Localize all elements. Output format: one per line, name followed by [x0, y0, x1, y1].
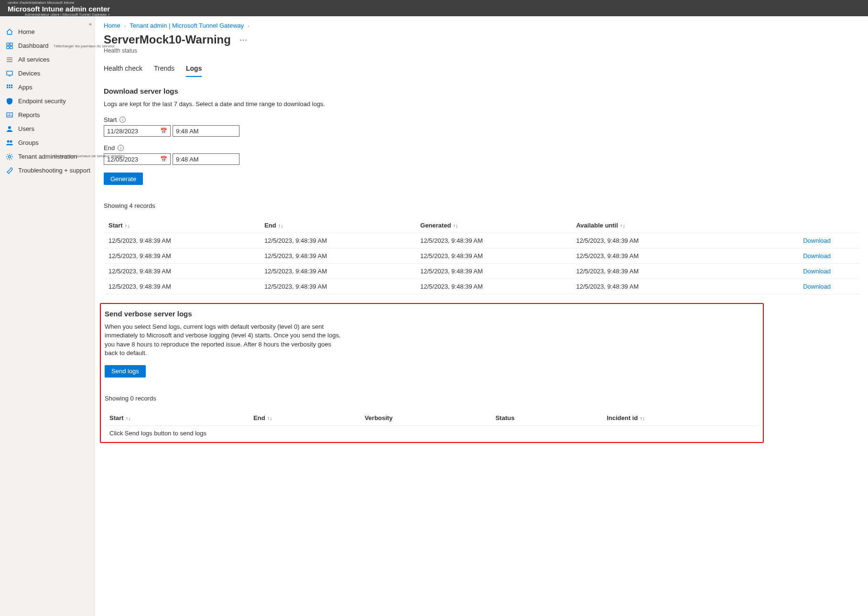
- svg-rect-14: [11, 86, 12, 88]
- reports-icon: [6, 111, 13, 119]
- sort-icon: ↑↓: [125, 223, 130, 228]
- topbar-pretitle: centre d'administration Microsoft Intune: [8, 1, 110, 5]
- start-time-value: 9:48 AM: [176, 128, 199, 135]
- table-row: 12/5/2023, 9:48:39 AM12/5/2023, 9:48:39 …: [104, 279, 859, 294]
- home-icon: [6, 28, 13, 36]
- col-end[interactable]: End↑↓: [249, 411, 360, 426]
- shield-icon: [6, 97, 13, 105]
- tab-logs[interactable]: Logs: [186, 62, 202, 77]
- nav-label: Groups: [18, 139, 39, 146]
- start-date-input[interactable]: 11/28/2023 📅: [104, 125, 171, 137]
- breadcrumb-tenant[interactable]: Tenant admin | Microsoft Tunnel Gateway: [130, 22, 244, 29]
- end-time-input[interactable]: 9:48 AM: [173, 153, 239, 165]
- sort-icon: ↑↓: [126, 415, 131, 421]
- svg-rect-9: [7, 85, 8, 86]
- collapse-sidebar-icon[interactable]: «: [89, 21, 92, 27]
- more-icon[interactable]: ⋯: [239, 35, 247, 44]
- table-empty-row: Click Send logs button to send logs: [105, 425, 759, 441]
- breadcrumb: Home › Tenant admin | Microsoft Tunnel G…: [104, 22, 859, 29]
- download-link[interactable]: Download: [803, 268, 831, 275]
- gear-icon: [6, 153, 13, 161]
- sort-icon: ↑↓: [620, 223, 625, 228]
- nav-label: Devices: [18, 70, 40, 77]
- nav-home[interactable]: Home: [0, 25, 95, 39]
- cell-available: 12/5/2023, 9:48:39 AM: [571, 264, 727, 279]
- calendar-icon: 📅: [160, 156, 167, 162]
- generate-button[interactable]: Generate: [104, 173, 143, 185]
- download-link[interactable]: Download: [803, 237, 831, 244]
- download-link[interactable]: Download: [803, 252, 831, 259]
- tab-health-check[interactable]: Health check: [104, 62, 142, 77]
- send-logs-button[interactable]: Send logs: [105, 365, 146, 378]
- col-start[interactable]: Start↑↓: [105, 411, 249, 426]
- nav-devices[interactable]: Devices: [0, 66, 95, 80]
- nav-groups[interactable]: Groups: [0, 136, 95, 150]
- nav-troubleshooting[interactable]: Troubleshooting + support: [0, 163, 95, 177]
- svg-point-22: [9, 155, 11, 158]
- svg-rect-3: [10, 46, 12, 49]
- tabs: Health check Trends Logs: [104, 62, 859, 77]
- nav-all-services[interactable]: All services: [0, 53, 95, 66]
- svg-rect-0: [7, 43, 9, 45]
- nav-reports[interactable]: Reports: [0, 108, 95, 122]
- verbose-desc: When you select Send logs, current logs …: [105, 323, 344, 357]
- col-incident[interactable]: Incident id↑↓: [602, 411, 759, 426]
- sort-icon: ↑↓: [278, 223, 283, 228]
- page-title: ServerMock10-Warning: [104, 33, 231, 46]
- cell-available: 12/5/2023, 9:48:39 AM: [571, 279, 727, 294]
- main-content: Home › Tenant admin | Microsoft Tunnel G…: [95, 16, 868, 616]
- user-icon: [6, 125, 13, 133]
- breadcrumb-home[interactable]: Home: [104, 22, 120, 29]
- verbose-logs-highlight-box: Send verbose server logs When you select…: [100, 303, 764, 443]
- nav-label: Endpoint security: [18, 97, 66, 105]
- col-available[interactable]: Available until↑↓: [571, 218, 727, 233]
- svg-rect-12: [7, 86, 8, 88]
- download-logs-table: Start↑↓ End↑↓ Generated↑↓ Available unti…: [104, 218, 859, 294]
- end-time-value: 9:48 AM: [176, 156, 199, 163]
- svg-point-20: [7, 140, 10, 142]
- cell-available: 12/5/2023, 9:48:39 AM: [571, 233, 727, 249]
- col-start[interactable]: Start↑↓: [104, 218, 260, 233]
- nav-users[interactable]: Users: [0, 122, 95, 136]
- nav-label: Dashboard: [18, 42, 49, 49]
- cell-end: 12/5/2023, 9:48:39 AM: [260, 249, 415, 264]
- nav-label: All services: [18, 56, 50, 63]
- cell-start: 12/5/2023, 9:48:39 AM: [104, 249, 260, 264]
- download-record-count: Showing 4 records: [104, 202, 859, 209]
- svg-rect-7: [7, 71, 12, 75]
- cell-start: 12/5/2023, 9:48:39 AM: [104, 264, 260, 279]
- nav-label: Users: [18, 125, 34, 132]
- download-logs-title: Download server logs: [104, 87, 859, 95]
- col-status[interactable]: Status: [491, 411, 602, 426]
- cell-generated: 12/5/2023, 9:48:39 AM: [415, 233, 571, 249]
- table-row: 12/5/2023, 9:48:39 AM12/5/2023, 9:48:39 …: [104, 249, 859, 264]
- empty-message: Click Send logs button to send logs: [105, 425, 759, 441]
- table-row: 12/5/2023, 9:48:39 AM12/5/2023, 9:48:39 …: [104, 233, 859, 249]
- chevron-right-icon: ›: [248, 23, 250, 29]
- svg-point-21: [10, 140, 12, 142]
- cell-end: 12/5/2023, 9:48:39 AM: [260, 264, 415, 279]
- svg-rect-2: [7, 46, 9, 49]
- nav-endpoint-security[interactable]: Endpoint security: [0, 94, 95, 108]
- verbose-logs-table: Start↑↓ End↑↓ Verbosity Status Incident …: [105, 411, 759, 441]
- nav-apps[interactable]: Apps: [0, 80, 95, 94]
- start-time-input[interactable]: 9:48 AM: [173, 125, 239, 137]
- info-icon[interactable]: i: [118, 145, 124, 151]
- page-subtitle: Health status: [104, 47, 859, 54]
- cell-start: 12/5/2023, 9:48:39 AM: [104, 279, 260, 294]
- groups-icon: [6, 139, 13, 147]
- col-verbosity[interactable]: Verbosity: [360, 411, 491, 426]
- col-generated[interactable]: Generated↑↓: [415, 218, 571, 233]
- apps-icon: [6, 84, 13, 91]
- nav-label: Troubleshooting + support: [18, 167, 90, 174]
- sidebar: Télécharger les journaux du serveur Envo…: [0, 16, 95, 616]
- info-icon[interactable]: i: [119, 117, 126, 123]
- float-label-download: Télécharger les journaux du serveur: [54, 44, 115, 48]
- col-end[interactable]: End↑↓: [260, 218, 415, 233]
- download-link[interactable]: Download: [803, 283, 831, 290]
- svg-rect-10: [9, 85, 11, 86]
- nav-label: Apps: [18, 84, 33, 91]
- chevron-right-icon: ›: [124, 23, 126, 29]
- tab-trends[interactable]: Trends: [154, 62, 174, 77]
- topbar: centre d'administration Microsoft Intune…: [0, 0, 868, 16]
